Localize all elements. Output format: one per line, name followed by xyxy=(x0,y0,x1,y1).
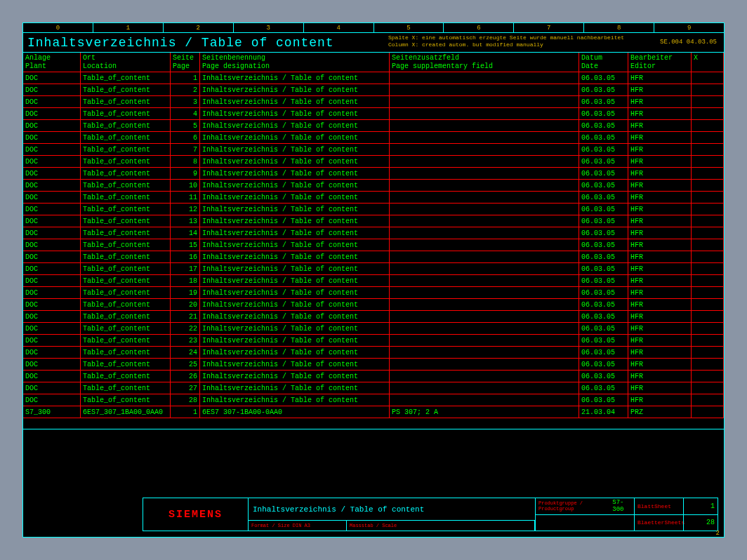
cell-plant: DOC xyxy=(23,275,81,286)
cell-page: 13 xyxy=(171,215,200,227)
cell-date: 06.03.05 xyxy=(579,371,628,382)
cell-plant: DOC xyxy=(23,204,81,215)
table-row: DOCTable_of_content26Inhaltsverzeichnis … xyxy=(23,371,724,382)
cell-location: Table_of_content xyxy=(81,227,171,239)
cell-x xyxy=(692,275,724,286)
cell-supplementary xyxy=(390,192,579,203)
cell-plant: DOC xyxy=(23,382,81,394)
page-title: Inhaltsverzeichnis / Table of content xyxy=(27,36,334,50)
cell-designation: Inhaltsverzeichnis / Table of content xyxy=(200,72,390,84)
table-row: DOCTable_of_content21Inhaltsverzeichnis … xyxy=(23,311,724,323)
table-row: DOCTable_of_content12Inhaltsverzeichnis … xyxy=(23,204,724,215)
cell-date: 06.03.05 xyxy=(579,382,628,394)
cell-designation: Inhaltsverzeichnis / Table of content xyxy=(200,311,390,322)
cell-x xyxy=(692,359,724,370)
siemens-logo: SIEMENS xyxy=(143,498,249,531)
cell-page: 4 xyxy=(171,108,200,119)
cell-page: 16 xyxy=(171,251,200,262)
cell-location: Table_of_content xyxy=(81,108,171,119)
cell-date: 06.03.05 xyxy=(579,227,628,239)
cell-supplementary xyxy=(390,96,579,107)
cell-page: 23 xyxy=(171,335,200,346)
ruler-mark: 0 xyxy=(23,23,93,32)
table-row: DOCTable_of_content14Inhaltsverzeichnis … xyxy=(23,227,724,239)
cell-date: 06.03.05 xyxy=(579,335,628,346)
cell-page: 7 xyxy=(171,144,200,155)
cell-page: 18 xyxy=(171,275,200,286)
cell-supplementary xyxy=(390,204,579,215)
cell-x xyxy=(692,132,724,143)
cell-plant: DOC xyxy=(23,227,81,239)
table-row: DOCTable_of_content27Inhaltsverzeichnis … xyxy=(23,382,724,394)
cell-page: 3 xyxy=(171,96,200,107)
cell-designation: Inhaltsverzeichnis / Table of content xyxy=(200,251,390,262)
table-row: DOCTable_of_content1Inhaltsverzeichnis /… xyxy=(23,72,724,84)
cell-date: 06.03.05 xyxy=(579,251,628,262)
cell-designation: Inhaltsverzeichnis / Table of content xyxy=(200,335,390,346)
cell-x xyxy=(692,192,724,203)
cell-x xyxy=(692,311,724,322)
cell-date: 06.03.05 xyxy=(579,394,628,406)
cell-supplementary xyxy=(390,394,579,406)
cell-editor: HFR xyxy=(628,168,692,179)
cell-designation: Inhaltsverzeichnis / Table of content xyxy=(200,215,390,227)
cell-location: Table_of_content xyxy=(81,359,171,370)
cell-location: Table_of_content xyxy=(81,275,171,286)
cell-page: 24 xyxy=(171,347,200,358)
cell-plant: DOC xyxy=(23,359,81,370)
cell-location: Table_of_content xyxy=(81,287,171,298)
cell-x xyxy=(692,227,724,239)
cell-page: 28 xyxy=(171,394,200,406)
cell-supplementary xyxy=(390,215,579,227)
cell-supplementary xyxy=(390,239,579,251)
bottom-page-number: 2 xyxy=(716,530,720,537)
cell-page: 21 xyxy=(171,311,200,322)
cell-editor: HFR xyxy=(628,335,692,346)
cell-location: Table_of_content xyxy=(81,156,171,167)
cell-location: Table_of_content xyxy=(81,215,171,227)
cell-designation: Inhaltsverzeichnis / Table of content xyxy=(200,180,390,191)
ruler-mark: 2 xyxy=(164,23,234,32)
cell-designation: 6ES7 307-1BA00-0AA0 xyxy=(200,406,390,418)
table-row: DOCTable_of_content15Inhaltsverzeichnis … xyxy=(23,239,724,251)
cell-editor: HFR xyxy=(628,227,692,239)
cell-location: Table_of_content xyxy=(81,72,171,84)
cell-page: 19 xyxy=(171,287,200,298)
cell-date: 06.03.05 xyxy=(579,263,628,274)
sheets-value: 28 xyxy=(683,515,718,531)
cell-plant: DOC xyxy=(23,263,81,274)
table-row: DOCTable_of_content6Inhaltsverzeichnis /… xyxy=(23,132,724,144)
cell-location: Table_of_content xyxy=(81,299,171,310)
top-ruler: 0123456789 xyxy=(23,23,724,33)
cell-date: 06.03.05 xyxy=(579,215,628,227)
cell-plant: DOC xyxy=(23,84,81,95)
cell-editor: HFR xyxy=(628,251,692,262)
cell-page: 1 xyxy=(171,72,200,84)
cell-date: 06.03.05 xyxy=(579,192,628,203)
cell-page: 26 xyxy=(171,371,200,382)
cell-location: Table_of_content xyxy=(81,323,171,334)
cell-designation: Inhaltsverzeichnis / Table of content xyxy=(200,263,390,274)
cell-supplementary xyxy=(390,251,579,262)
cell-editor: HFR xyxy=(628,299,692,310)
cell-supplementary xyxy=(390,120,579,131)
table-row: DOCTable_of_content24Inhaltsverzeichnis … xyxy=(23,347,724,359)
cell-supplementary xyxy=(390,156,579,167)
cell-plant: DOC xyxy=(23,287,81,298)
cell-editor: HFR xyxy=(628,180,692,191)
table-row: S7_3006ES7_307_1BA00_0AA016ES7 307-1BA00… xyxy=(23,406,724,418)
cell-location: Table_of_content xyxy=(81,204,171,215)
cell-designation: Inhaltsverzeichnis / Table of content xyxy=(200,394,390,406)
ruler-mark: 1 xyxy=(93,23,164,32)
cell-date: 06.03.05 xyxy=(579,239,628,251)
cell-plant: DOC xyxy=(23,108,81,119)
cell-location: Table_of_content xyxy=(81,371,171,382)
cell-supplementary xyxy=(390,263,579,274)
cell-supplementary xyxy=(390,335,579,346)
cell-page: 15 xyxy=(171,239,200,251)
cell-date: 06.03.05 xyxy=(579,132,628,143)
cell-designation: Inhaltsverzeichnis / Table of content xyxy=(200,132,390,143)
cell-date: 06.03.05 xyxy=(579,323,628,334)
titleblock-right: Produktgruppe / Productgroup S7-300 Blat… xyxy=(535,498,718,531)
cell-editor: HFR xyxy=(628,215,692,227)
